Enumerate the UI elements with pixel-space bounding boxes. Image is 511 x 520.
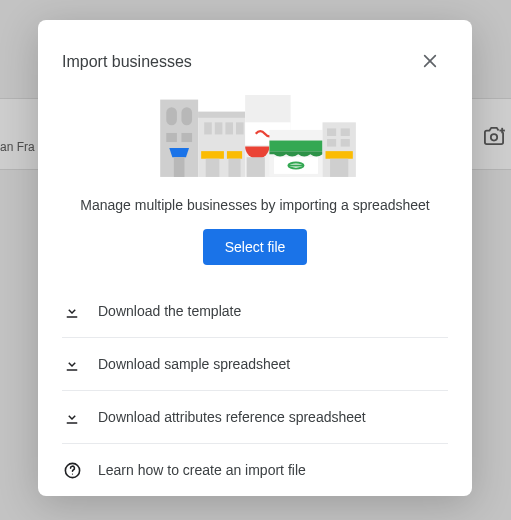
svg-rect-30 [327, 128, 336, 136]
svg-rect-13 [204, 122, 212, 134]
svg-rect-17 [201, 151, 224, 159]
dialog-header: Import businesses [62, 44, 448, 80]
svg-rect-19 [227, 151, 242, 159]
learn-how-link[interactable]: Learn how to create an import file [62, 444, 448, 496]
svg-rect-9 [181, 133, 192, 142]
download-icon [62, 301, 82, 321]
svg-rect-20 [228, 159, 240, 177]
svg-rect-18 [206, 159, 220, 177]
link-label: Download attributes reference spreadshee… [98, 409, 366, 425]
download-attributes-link[interactable]: Download attributes reference spreadshee… [62, 391, 448, 444]
close-icon [422, 53, 438, 72]
svg-rect-6 [166, 107, 177, 125]
svg-rect-8 [166, 133, 177, 142]
svg-rect-31 [341, 128, 350, 136]
svg-rect-32 [327, 139, 336, 147]
select-file-button[interactable]: Select file [203, 229, 308, 265]
svg-rect-25 [269, 141, 322, 152]
download-icon [62, 407, 82, 427]
dialog-title: Import businesses [62, 53, 192, 71]
storefront-illustration [120, 92, 390, 183]
link-list: Download the template Download sample sp… [62, 285, 448, 496]
svg-rect-33 [341, 139, 350, 147]
svg-rect-12 [198, 112, 245, 118]
svg-rect-14 [215, 122, 223, 134]
download-icon [62, 354, 82, 374]
link-label: Learn how to create an import file [98, 462, 306, 478]
link-label: Download the template [98, 303, 241, 319]
svg-rect-16 [236, 122, 244, 134]
svg-rect-15 [225, 122, 233, 134]
svg-rect-10 [174, 157, 185, 177]
import-businesses-dialog: Import businesses [38, 20, 472, 496]
svg-rect-35 [330, 159, 348, 177]
svg-rect-7 [181, 107, 192, 125]
svg-point-37 [71, 473, 72, 474]
download-template-link[interactable]: Download the template [62, 285, 448, 338]
link-label: Download sample spreadsheet [98, 356, 290, 372]
dialog-subtitle: Manage multiple businesses by importing … [62, 197, 448, 213]
close-button[interactable] [412, 44, 448, 80]
svg-rect-23 [247, 157, 265, 177]
download-sample-link[interactable]: Download sample spreadsheet [62, 338, 448, 391]
svg-rect-34 [326, 151, 353, 159]
help-icon [62, 460, 82, 480]
